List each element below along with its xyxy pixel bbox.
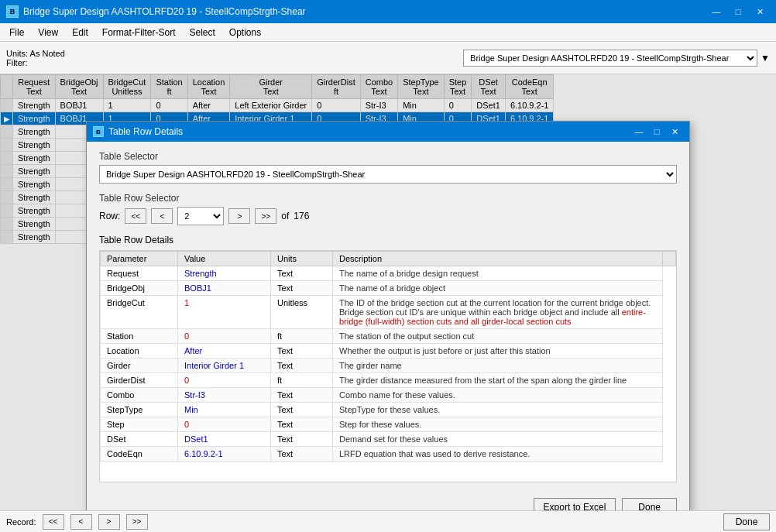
detail-units: Text [271,359,333,373]
minimize-button[interactable]: — [706,3,726,20]
record-next-button[interactable]: > [98,514,120,530]
modal-dialog: B Table Row Details — □ ✕ Table Selector… [86,121,690,510]
detail-description: StepType for these values. [333,403,663,417]
app-icon: B [6,5,19,18]
detail-units: Text [271,403,333,417]
detail-param: BridgeObj [101,281,178,296]
details-header-row: Parameter Value Units Description [101,252,676,266]
detail-units: Text [271,417,333,432]
detail-description: The girder distance measured from the st… [333,373,663,388]
detail-value: Min [178,403,271,417]
detail-value: 0 [178,329,271,344]
detail-description: Combo name for these values. [333,388,663,403]
menu-options[interactable]: Options [223,24,267,41]
row-selector-label: Table Row Selector [99,193,677,204]
modal-close-button[interactable]: ✕ [666,124,683,139]
detail-description: Step for these values. [333,417,663,432]
modal-done-button[interactable]: Done [622,498,677,510]
detail-description: LRFD equation that was used to derive re… [333,447,663,462]
menu-bar: File View Edit Format-Filter-Sort Select… [0,23,776,42]
detail-param: CodeEqn [101,447,178,462]
modal-table-dropdown[interactable]: Bridge Super Design AASHTOLRFD20 19 - St… [99,165,677,184]
row-selector-section: Table Row Selector Row: << < 2 > >> of 1… [99,193,677,225]
row-next-button[interactable]: > [228,208,250,224]
details-row: RequestStrengthTextThe name of a bridge … [101,266,676,281]
menu-select[interactable]: Select [184,24,221,41]
detail-units: Text [271,432,333,447]
detail-units: Text [271,344,333,359]
menu-edit[interactable]: Edit [66,24,94,41]
detail-value: DSet1 [178,432,271,447]
detail-value: Str-I3 [178,388,271,403]
row-selector-controls: Row: << < 2 > >> of 176 [99,207,677,225]
menu-file[interactable]: File [3,24,30,41]
row-label: Row: [99,211,120,221]
details-row: GirderDist0ftThe girder distance measure… [101,373,676,388]
detail-units: Text [271,447,333,462]
modal-title-bar: B Table Row Details — □ ✕ [87,122,689,142]
detail-description: The name of a bridge design request [333,266,663,281]
details-table: Parameter Value Units Description Reques… [100,251,676,462]
table-dropdown[interactable]: Bridge Super Design AASHTOLRFD20 19 - St… [463,50,757,67]
info-bar-right: Bridge Super Design AASHTOLRFD20 19 - St… [463,50,770,67]
title-bar-controls: — □ ✕ [706,3,770,20]
details-col-desc: Description [333,252,663,266]
modal-title: Table Row Details [108,126,183,137]
detail-units: Text [271,388,333,403]
record-first-button[interactable]: << [43,514,64,530]
details-table-wrapper[interactable]: Parameter Value Units Description Reques… [99,250,677,482]
title-bar-left: B Bridge Super Design AASHTOLRFD20 19 - … [6,5,306,18]
modal-minimize-button[interactable]: — [630,124,647,139]
detail-param: Girder [101,359,178,373]
details-row: CodeEqn6.10.9.2-1TextLRFD equation that … [101,447,676,462]
details-row: ComboStr-I3TextCombo name for these valu… [101,388,676,403]
modal-maximize-button[interactable]: □ [648,124,665,139]
detail-units: ft [271,373,333,388]
menu-format-filter-sort[interactable]: Format-Filter-Sort [96,24,182,41]
detail-param: Step [101,417,178,432]
total-rows: 176 [294,211,309,221]
details-section-label: Table Row Details [99,235,677,245]
of-text: of [281,211,289,221]
detail-description: The ID of the bridge section cut at the … [333,296,663,329]
detail-param: BridgeCut [101,296,178,329]
details-col-scroll [663,252,676,266]
close-button[interactable]: ✕ [750,3,770,20]
record-prev-button[interactable]: < [70,514,92,530]
info-bar-labels: Units: As Noted Filter: [6,49,65,67]
menu-view[interactable]: View [32,24,64,41]
status-bar: Record: << < > >> Done [0,510,776,532]
modal-overlay: B Table Row Details — □ ✕ Table Selector… [0,74,776,510]
record-last-button[interactable]: >> [126,514,148,530]
row-prev-button[interactable]: < [151,208,173,224]
detail-value: After [178,344,271,359]
dropdown-arrow-icon[interactable]: ▼ [761,53,770,63]
details-col-value: Value [178,252,271,266]
maximize-button[interactable]: □ [728,3,748,20]
modal-app-icon: B [93,126,104,137]
table-selector-label: Table Selector [99,151,677,162]
detail-param: GirderDist [101,373,178,388]
detail-param: Request [101,266,178,281]
detail-units: Unitless [271,296,333,329]
detail-param: Station [101,329,178,344]
details-row: GirderInterior Girder 1TextThe girder na… [101,359,676,373]
export-to-excel-button[interactable]: Export to Excel [534,498,616,510]
row-last-button[interactable]: >> [255,208,276,224]
detail-param: Combo [101,388,178,403]
detail-description: The girder name [333,359,663,373]
detail-param: DSet [101,432,178,447]
details-row: Step0TextStep for these values. [101,417,676,432]
row-select-dropdown[interactable]: 2 [177,207,224,225]
details-row: Station0ftThe station of the output sect… [101,329,676,344]
main-done-button[interactable]: Done [723,513,770,530]
detail-units: Text [271,266,333,281]
detail-description: The station of the output section cut [333,329,663,344]
row-first-button[interactable]: << [125,208,146,224]
detail-param: StepType [101,403,178,417]
modal-controls: — □ ✕ [630,124,683,139]
detail-param: Location [101,344,178,359]
modal-title-left: B Table Row Details [93,126,183,137]
info-bar: Units: As Noted Filter: Bridge Super Des… [0,42,776,74]
detail-description: Demand set for these values [333,432,663,447]
